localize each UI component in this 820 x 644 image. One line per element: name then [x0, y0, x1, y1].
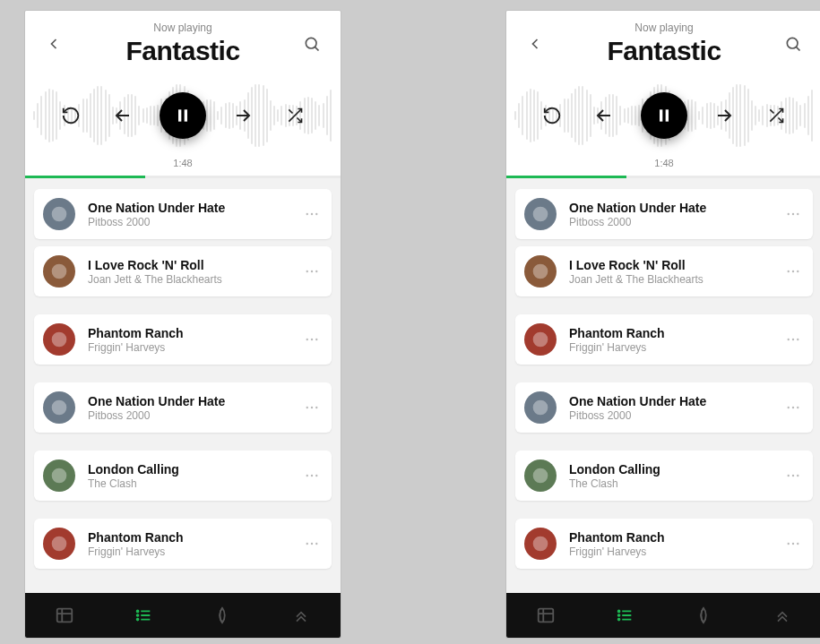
now-playing-label: Now playing — [607, 21, 721, 34]
row-artist: The Clash — [88, 477, 299, 490]
more-button[interactable] — [781, 202, 806, 227]
row-artist: Friggin' Harveys — [569, 341, 781, 354]
more-button[interactable] — [299, 327, 324, 352]
more-button[interactable] — [781, 463, 806, 488]
progress-bar[interactable] — [25, 176, 341, 178]
tab-playlist[interactable] — [125, 597, 161, 633]
more-icon — [785, 399, 801, 416]
progress-fill — [506, 176, 626, 178]
svg-point-26 — [315, 543, 317, 545]
svg-point-53 — [797, 475, 798, 477]
more-button[interactable] — [299, 395, 324, 420]
svg-rect-2 — [185, 109, 187, 121]
back-button[interactable] — [39, 30, 68, 58]
svg-point-20 — [306, 475, 308, 477]
svg-point-16 — [306, 407, 308, 408]
prev-button[interactable] — [588, 99, 620, 132]
svg-point-56 — [792, 543, 794, 545]
album-art — [524, 198, 557, 230]
svg-point-7 — [52, 264, 67, 279]
svg-point-10 — [315, 270, 317, 272]
prev-button[interactable] — [107, 99, 139, 132]
playlist-row[interactable]: London CallingThe Clash — [34, 451, 332, 501]
svg-point-0 — [306, 38, 316, 48]
svg-point-52 — [792, 475, 794, 477]
row-artist: Joan Jett & The Blackhearts — [569, 273, 781, 286]
svg-point-55 — [788, 543, 790, 545]
shuffle-button[interactable] — [279, 99, 311, 132]
play-pause-button[interactable] — [641, 92, 687, 139]
row-meta: London CallingThe Clash — [569, 462, 781, 490]
row-artist: Friggin' Harveys — [569, 545, 781, 558]
row-meta: Phantom RanchFriggin' Harveys — [88, 326, 299, 354]
svg-point-24 — [306, 543, 308, 545]
row-gap — [34, 372, 332, 382]
playlist[interactable]: One Nation Under HatePitboss 2000I Love … — [25, 178, 341, 593]
playlist-row[interactable]: One Nation Under HatePitboss 2000 — [515, 382, 813, 433]
back-button[interactable] — [521, 30, 549, 58]
rewind-button[interactable] — [536, 99, 568, 132]
more-icon — [304, 206, 320, 222]
playlist-row[interactable]: Phantom RanchFriggin' Harveys — [515, 314, 813, 365]
tab-up[interactable] — [283, 597, 319, 633]
playlist-row[interactable]: I Love Rock 'N' RollJoan Jett & The Blac… — [515, 246, 813, 296]
more-button[interactable] — [299, 531, 324, 556]
row-gap — [34, 440, 332, 451]
next-button[interactable] — [227, 99, 259, 132]
rewind-button[interactable] — [55, 99, 87, 132]
playlist-row[interactable]: One Nation Under HatePitboss 2000 — [515, 189, 813, 239]
svg-rect-1 — [178, 109, 181, 121]
tab-discover[interactable] — [686, 597, 721, 633]
svg-point-36 — [792, 213, 794, 215]
track-title: Fantastic — [607, 36, 721, 66]
tab-up[interactable] — [764, 597, 800, 633]
row-title: One Nation Under Hate — [88, 394, 299, 408]
more-button[interactable] — [781, 259, 806, 284]
svg-point-3 — [52, 207, 67, 222]
more-icon — [785, 536, 801, 552]
row-title: London Calling — [88, 462, 299, 477]
more-button[interactable] — [781, 531, 806, 556]
play-pause-button[interactable] — [160, 92, 206, 139]
row-title: Phantom Ranch — [88, 326, 299, 340]
playlist-row[interactable]: Phantom RanchFriggin' Harveys — [34, 314, 332, 365]
more-button[interactable] — [781, 327, 806, 352]
svg-point-31 — [787, 38, 798, 48]
track-title: Fantastic — [125, 36, 239, 66]
more-button[interactable] — [781, 395, 806, 420]
shuffle-button[interactable] — [760, 99, 792, 132]
tab-library[interactable] — [47, 597, 82, 633]
svg-point-21 — [311, 475, 313, 477]
next-button[interactable] — [708, 99, 740, 132]
search-button[interactable] — [779, 30, 807, 58]
more-button[interactable] — [299, 259, 324, 284]
progress-fill — [25, 176, 145, 178]
playlist-row[interactable]: London CallingThe Clash — [515, 451, 813, 501]
search-button[interactable] — [298, 30, 326, 58]
progress-bar[interactable] — [506, 176, 820, 178]
album-art — [524, 323, 557, 356]
playlist-row[interactable]: Phantom RanchFriggin' Harveys — [515, 519, 813, 569]
tab-library[interactable] — [528, 597, 564, 633]
playlist-row[interactable]: One Nation Under HatePitboss 2000 — [34, 189, 332, 239]
pause-icon — [655, 107, 673, 125]
timecode: 1:48 — [25, 156, 341, 176]
svg-point-19 — [52, 468, 67, 484]
playlist-row[interactable]: One Nation Under HatePitboss 2000 — [34, 382, 332, 433]
row-title: I Love Rock 'N' Roll — [569, 258, 781, 272]
row-title: Phantom Ranch — [569, 530, 781, 545]
tab-discover[interactable] — [204, 597, 240, 633]
playlist-row[interactable]: I Love Rock 'N' RollJoan Jett & The Blac… — [34, 246, 332, 296]
more-button[interactable] — [299, 202, 324, 227]
playlist-row[interactable]: Phantom RanchFriggin' Harveys — [34, 519, 332, 569]
row-meta: I Love Rock 'N' RollJoan Jett & The Blac… — [88, 258, 299, 286]
svg-point-5 — [311, 213, 313, 215]
playlist[interactable]: One Nation Under HatePitboss 2000I Love … — [506, 178, 820, 593]
svg-point-44 — [792, 339, 794, 340]
svg-rect-33 — [666, 109, 669, 121]
waveform-area — [506, 75, 820, 156]
svg-point-61 — [618, 619, 620, 621]
tab-playlist[interactable] — [607, 597, 643, 633]
more-button[interactable] — [299, 463, 324, 488]
row-meta: I Love Rock 'N' RollJoan Jett & The Blac… — [569, 258, 781, 286]
